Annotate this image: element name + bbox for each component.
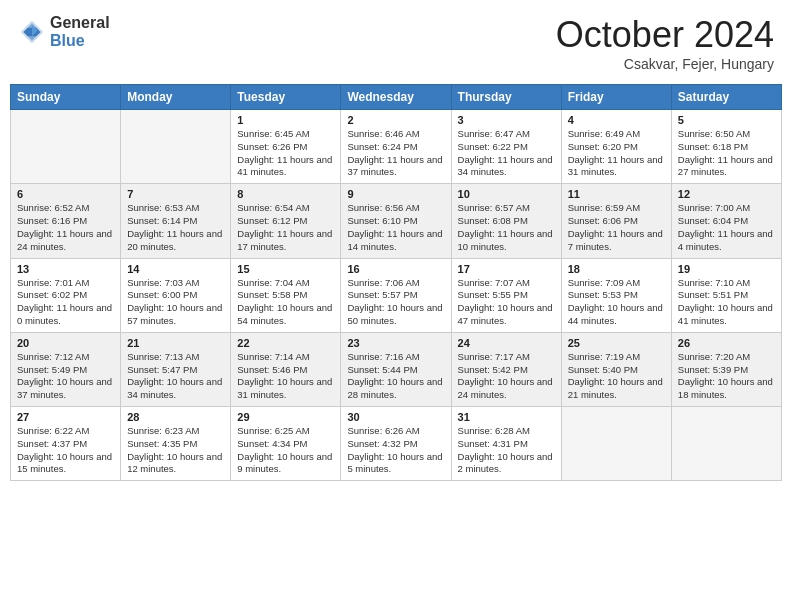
calendar-cell <box>671 407 781 481</box>
day-detail: Sunrise: 7:14 AM Sunset: 5:46 PM Dayligh… <box>237 351 334 402</box>
day-detail: Sunrise: 7:01 AM Sunset: 6:02 PM Dayligh… <box>17 277 114 328</box>
day-number: 1 <box>237 114 334 126</box>
calendar-cell: 12Sunrise: 7:00 AM Sunset: 6:04 PM Dayli… <box>671 184 781 258</box>
day-number: 11 <box>568 188 665 200</box>
day-number: 18 <box>568 263 665 275</box>
day-number: 31 <box>458 411 555 423</box>
day-number: 9 <box>347 188 444 200</box>
day-detail: Sunrise: 6:49 AM Sunset: 6:20 PM Dayligh… <box>568 128 665 179</box>
day-number: 26 <box>678 337 775 349</box>
weekday-header: Monday <box>121 85 231 110</box>
day-detail: Sunrise: 7:07 AM Sunset: 5:55 PM Dayligh… <box>458 277 555 328</box>
location: Csakvar, Fejer, Hungary <box>556 56 774 72</box>
day-detail: Sunrise: 6:57 AM Sunset: 6:08 PM Dayligh… <box>458 202 555 253</box>
day-number: 12 <box>678 188 775 200</box>
day-number: 27 <box>17 411 114 423</box>
calendar-cell: 3Sunrise: 6:47 AM Sunset: 6:22 PM Daylig… <box>451 110 561 184</box>
calendar-table: SundayMondayTuesdayWednesdayThursdayFrid… <box>10 84 782 481</box>
day-detail: Sunrise: 7:10 AM Sunset: 5:51 PM Dayligh… <box>678 277 775 328</box>
calendar-cell: 15Sunrise: 7:04 AM Sunset: 5:58 PM Dayli… <box>231 258 341 332</box>
day-number: 8 <box>237 188 334 200</box>
calendar-header-row: SundayMondayTuesdayWednesdayThursdayFrid… <box>11 85 782 110</box>
day-detail: Sunrise: 7:00 AM Sunset: 6:04 PM Dayligh… <box>678 202 775 253</box>
calendar-cell: 2Sunrise: 6:46 AM Sunset: 6:24 PM Daylig… <box>341 110 451 184</box>
calendar-cell: 1Sunrise: 6:45 AM Sunset: 6:26 PM Daylig… <box>231 110 341 184</box>
day-number: 10 <box>458 188 555 200</box>
weekday-header: Thursday <box>451 85 561 110</box>
calendar-cell: 7Sunrise: 6:53 AM Sunset: 6:14 PM Daylig… <box>121 184 231 258</box>
calendar-week-row: 20Sunrise: 7:12 AM Sunset: 5:49 PM Dayli… <box>11 332 782 406</box>
day-detail: Sunrise: 6:23 AM Sunset: 4:35 PM Dayligh… <box>127 425 224 476</box>
calendar-cell: 25Sunrise: 7:19 AM Sunset: 5:40 PM Dayli… <box>561 332 671 406</box>
weekday-header: Friday <box>561 85 671 110</box>
calendar-cell: 26Sunrise: 7:20 AM Sunset: 5:39 PM Dayli… <box>671 332 781 406</box>
day-detail: Sunrise: 6:45 AM Sunset: 6:26 PM Dayligh… <box>237 128 334 179</box>
day-number: 24 <box>458 337 555 349</box>
calendar-week-row: 1Sunrise: 6:45 AM Sunset: 6:26 PM Daylig… <box>11 110 782 184</box>
page-header: General Blue October 2024 Csakvar, Fejer… <box>10 10 782 76</box>
day-detail: Sunrise: 6:46 AM Sunset: 6:24 PM Dayligh… <box>347 128 444 179</box>
calendar-week-row: 13Sunrise: 7:01 AM Sunset: 6:02 PM Dayli… <box>11 258 782 332</box>
day-detail: Sunrise: 7:04 AM Sunset: 5:58 PM Dayligh… <box>237 277 334 328</box>
day-detail: Sunrise: 7:20 AM Sunset: 5:39 PM Dayligh… <box>678 351 775 402</box>
day-number: 6 <box>17 188 114 200</box>
calendar-cell: 27Sunrise: 6:22 AM Sunset: 4:37 PM Dayli… <box>11 407 121 481</box>
day-number: 14 <box>127 263 224 275</box>
day-number: 5 <box>678 114 775 126</box>
logo-icon <box>18 18 46 46</box>
day-number: 23 <box>347 337 444 349</box>
day-detail: Sunrise: 7:16 AM Sunset: 5:44 PM Dayligh… <box>347 351 444 402</box>
day-detail: Sunrise: 6:52 AM Sunset: 6:16 PM Dayligh… <box>17 202 114 253</box>
calendar-cell: 31Sunrise: 6:28 AM Sunset: 4:31 PM Dayli… <box>451 407 561 481</box>
calendar-cell: 22Sunrise: 7:14 AM Sunset: 5:46 PM Dayli… <box>231 332 341 406</box>
calendar-cell: 5Sunrise: 6:50 AM Sunset: 6:18 PM Daylig… <box>671 110 781 184</box>
calendar-cell: 10Sunrise: 6:57 AM Sunset: 6:08 PM Dayli… <box>451 184 561 258</box>
day-number: 4 <box>568 114 665 126</box>
weekday-header: Wednesday <box>341 85 451 110</box>
calendar-cell: 20Sunrise: 7:12 AM Sunset: 5:49 PM Dayli… <box>11 332 121 406</box>
day-number: 13 <box>17 263 114 275</box>
weekday-header: Saturday <box>671 85 781 110</box>
calendar-cell <box>121 110 231 184</box>
logo: General Blue <box>18 14 110 49</box>
day-detail: Sunrise: 6:54 AM Sunset: 6:12 PM Dayligh… <box>237 202 334 253</box>
calendar-cell <box>11 110 121 184</box>
day-number: 20 <box>17 337 114 349</box>
day-number: 28 <box>127 411 224 423</box>
day-detail: Sunrise: 7:06 AM Sunset: 5:57 PM Dayligh… <box>347 277 444 328</box>
logo-blue: Blue <box>50 32 110 50</box>
day-detail: Sunrise: 6:56 AM Sunset: 6:10 PM Dayligh… <box>347 202 444 253</box>
day-detail: Sunrise: 6:26 AM Sunset: 4:32 PM Dayligh… <box>347 425 444 476</box>
calendar-cell: 21Sunrise: 7:13 AM Sunset: 5:47 PM Dayli… <box>121 332 231 406</box>
day-detail: Sunrise: 7:19 AM Sunset: 5:40 PM Dayligh… <box>568 351 665 402</box>
day-number: 29 <box>237 411 334 423</box>
calendar-cell: 11Sunrise: 6:59 AM Sunset: 6:06 PM Dayli… <box>561 184 671 258</box>
day-number: 25 <box>568 337 665 349</box>
logo-general: General <box>50 14 110 32</box>
day-detail: Sunrise: 6:47 AM Sunset: 6:22 PM Dayligh… <box>458 128 555 179</box>
calendar-cell: 30Sunrise: 6:26 AM Sunset: 4:32 PM Dayli… <box>341 407 451 481</box>
calendar-cell: 29Sunrise: 6:25 AM Sunset: 4:34 PM Dayli… <box>231 407 341 481</box>
day-detail: Sunrise: 7:03 AM Sunset: 6:00 PM Dayligh… <box>127 277 224 328</box>
weekday-header: Sunday <box>11 85 121 110</box>
calendar-cell <box>561 407 671 481</box>
day-detail: Sunrise: 7:13 AM Sunset: 5:47 PM Dayligh… <box>127 351 224 402</box>
calendar-week-row: 6Sunrise: 6:52 AM Sunset: 6:16 PM Daylig… <box>11 184 782 258</box>
title-block: October 2024 Csakvar, Fejer, Hungary <box>556 14 774 72</box>
calendar-cell: 24Sunrise: 7:17 AM Sunset: 5:42 PM Dayli… <box>451 332 561 406</box>
day-detail: Sunrise: 7:12 AM Sunset: 5:49 PM Dayligh… <box>17 351 114 402</box>
day-detail: Sunrise: 7:09 AM Sunset: 5:53 PM Dayligh… <box>568 277 665 328</box>
calendar-cell: 23Sunrise: 7:16 AM Sunset: 5:44 PM Dayli… <box>341 332 451 406</box>
day-number: 2 <box>347 114 444 126</box>
day-number: 22 <box>237 337 334 349</box>
day-detail: Sunrise: 6:59 AM Sunset: 6:06 PM Dayligh… <box>568 202 665 253</box>
day-detail: Sunrise: 6:53 AM Sunset: 6:14 PM Dayligh… <box>127 202 224 253</box>
calendar-cell: 19Sunrise: 7:10 AM Sunset: 5:51 PM Dayli… <box>671 258 781 332</box>
day-number: 7 <box>127 188 224 200</box>
calendar-cell: 18Sunrise: 7:09 AM Sunset: 5:53 PM Dayli… <box>561 258 671 332</box>
day-number: 19 <box>678 263 775 275</box>
day-detail: Sunrise: 6:28 AM Sunset: 4:31 PM Dayligh… <box>458 425 555 476</box>
calendar-cell: 16Sunrise: 7:06 AM Sunset: 5:57 PM Dayli… <box>341 258 451 332</box>
calendar-cell: 14Sunrise: 7:03 AM Sunset: 6:00 PM Dayli… <box>121 258 231 332</box>
day-number: 3 <box>458 114 555 126</box>
